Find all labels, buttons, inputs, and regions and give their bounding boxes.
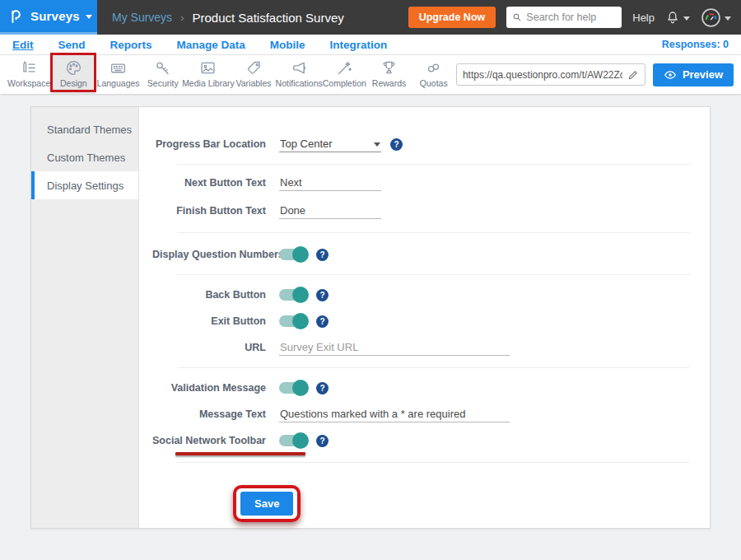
image-icon <box>199 59 217 77</box>
preview-button[interactable]: Preview <box>653 63 734 86</box>
toolbar-item-workspace[interactable]: Workspace <box>7 55 51 94</box>
account-menu[interactable] <box>701 7 731 28</box>
finish-button-text-row: Finish Button Text <box>152 201 690 221</box>
display-settings-form: Progress Bar Location Top Center ? Next … <box>139 107 710 528</box>
work-area: Standard Themes Custom Themes Display Se… <box>0 94 741 529</box>
message-text-row: Message Text <box>152 404 690 424</box>
message-text-label: Message Text <box>152 408 266 420</box>
exit-url-input[interactable] <box>279 339 510 356</box>
annotation-underline-social <box>175 452 305 455</box>
magic-wand-icon <box>336 59 353 77</box>
divider <box>177 274 690 275</box>
chevron-down-icon <box>374 142 380 147</box>
palette-icon <box>65 59 82 77</box>
notifications-menu[interactable] <box>665 10 690 25</box>
help-icon[interactable]: ? <box>316 435 329 447</box>
exit-button-row: Exit Button ? <box>152 311 690 331</box>
progress-bar-location-label: Progress Bar Location <box>152 138 266 150</box>
validation-message-row: Validation Message ? <box>152 378 690 398</box>
toolbar-item-quotas[interactable]: Quotas <box>412 55 456 94</box>
back-button-label: Back Button <box>152 289 266 301</box>
validation-message-label: Validation Message <box>152 382 266 394</box>
help-link[interactable]: Help <box>632 12 655 24</box>
toolbar-item-variables[interactable]: Variables <box>231 55 276 94</box>
upgrade-now-button[interactable]: Upgrade Now <box>408 7 496 28</box>
next-button-text-input[interactable] <box>279 175 381 191</box>
eye-icon <box>664 68 677 82</box>
exit-url-label: URL <box>152 342 266 353</box>
menu-item-edit[interactable]: Edit <box>12 39 34 51</box>
design-sidebar: Standard Themes Custom Themes Display Se… <box>31 107 139 528</box>
back-button-toggle[interactable] <box>279 289 307 301</box>
toolbar-item-languages[interactable]: Languages <box>96 55 140 94</box>
toolbar-item-design[interactable]: Design <box>51 55 96 94</box>
toolbar-item-notifications[interactable]: Notifications <box>276 55 322 94</box>
top-header: Surveys My Surveys › Product Satisfactio… <box>0 0 741 35</box>
questionpro-logo-icon <box>8 7 25 26</box>
message-text-input[interactable] <box>279 406 510 422</box>
help-icon[interactable]: ? <box>316 382 329 394</box>
survey-url-field[interactable]: https://qa.questionpro.com/t/AW22Zcq2J <box>456 63 645 86</box>
exit-button-label: Exit Button <box>152 315 266 327</box>
back-button-row: Back Button ? <box>152 285 690 305</box>
next-button-text-row: Next Button Text <box>152 173 690 193</box>
display-question-numbers-row: Display Question Numbers ? <box>152 245 690 264</box>
search-input[interactable] <box>526 12 616 23</box>
next-button-text-label: Next Button Text <box>152 177 266 189</box>
menu-item-integration[interactable]: Integration <box>330 39 388 51</box>
divider <box>177 367 690 368</box>
keyboard-icon <box>110 59 127 77</box>
edit-toolbar: Workspace Design Languages Security Medi… <box>0 55 741 94</box>
chevron-down-icon <box>86 15 92 19</box>
edit-pencil-icon[interactable] <box>627 69 639 81</box>
bell-icon <box>665 10 680 25</box>
menu-item-manage-data[interactable]: Manage Data <box>177 39 245 51</box>
finish-button-text-input[interactable] <box>279 203 381 219</box>
workspace-icon <box>21 59 38 77</box>
social-network-toolbar-toggle[interactable] <box>279 435 307 446</box>
sidebar-item-custom-themes[interactable]: Custom Themes <box>31 143 138 171</box>
save-button[interactable]: Save <box>240 492 293 516</box>
display-question-numbers-toggle[interactable] <box>279 249 307 260</box>
avatar <box>701 7 721 28</box>
help-icon[interactable]: ? <box>316 315 329 328</box>
breadcrumb-separator: › <box>180 12 184 24</box>
app-logo-menu[interactable]: Surveys <box>0 0 97 35</box>
help-search-box[interactable] <box>506 7 622 28</box>
sidebar-item-standard-themes[interactable]: Standard Themes <box>31 115 138 143</box>
divider <box>177 164 690 165</box>
toolbar-item-completion[interactable]: Completion <box>322 55 366 94</box>
annotation-box-save: Save <box>233 485 301 522</box>
menu-item-reports[interactable]: Reports <box>110 39 152 51</box>
survey-url-value: https://qa.questionpro.com/t/AW22Zcq2J <box>463 69 622 81</box>
breadcrumb-my-surveys[interactable]: My Surveys <box>112 11 172 24</box>
toolbar-item-security[interactable]: Security <box>141 55 185 94</box>
breadcrumb: My Surveys › Product Satisfaction Survey <box>112 11 344 25</box>
chevron-down-icon <box>725 16 731 21</box>
divider <box>177 462 690 463</box>
menu-item-mobile[interactable]: Mobile <box>270 39 305 51</box>
progress-bar-location-row: Progress Bar Location Top Center ? <box>152 134 690 154</box>
survey-menubar: Edit Send Reports Manage Data Mobile Int… <box>0 35 741 55</box>
sidebar-item-display-settings[interactable]: Display Settings <box>31 171 138 199</box>
social-network-toolbar-label: Social Network Toolbar <box>152 435 266 446</box>
help-icon[interactable]: ? <box>390 138 403 151</box>
menu-item-send[interactable]: Send <box>58 39 86 51</box>
finish-button-text-label: Finish Button Text <box>152 205 266 217</box>
page-title: Product Satisfaction Survey <box>192 11 343 25</box>
responses-count[interactable]: Responses: 0 <box>662 39 729 50</box>
chain-link-icon <box>425 59 442 77</box>
chevron-down-icon <box>683 16 690 21</box>
design-settings-card: Standard Themes Custom Themes Display Se… <box>30 106 711 529</box>
key-icon <box>154 59 171 77</box>
megaphone-icon <box>291 59 308 77</box>
toolbar-item-rewards[interactable]: Rewards <box>366 55 411 94</box>
exit-button-toggle[interactable] <box>279 315 307 327</box>
brand-label: Surveys <box>30 9 80 23</box>
progress-bar-location-select[interactable]: Top Center <box>279 136 381 152</box>
help-icon[interactable]: ? <box>316 289 329 301</box>
trophy-icon <box>380 59 398 77</box>
help-icon[interactable]: ? <box>316 249 329 261</box>
toolbar-item-media-library[interactable]: Media Library <box>185 55 231 94</box>
validation-message-toggle[interactable] <box>279 382 307 394</box>
